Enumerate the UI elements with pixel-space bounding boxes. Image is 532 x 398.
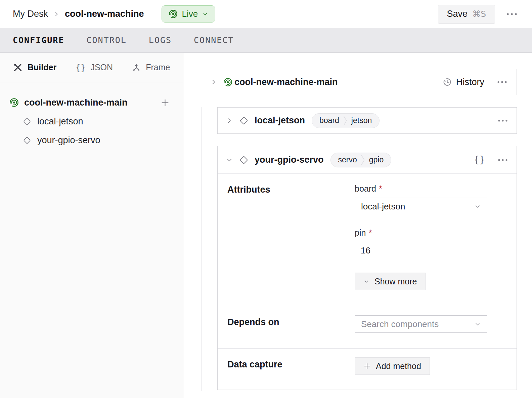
view-toggle-builder-label: Builder xyxy=(28,63,56,72)
chevron-down-icon xyxy=(202,11,208,17)
depends-on-section-label: Depends on xyxy=(227,317,279,327)
plus-icon xyxy=(363,362,371,370)
tree-item-label: cool-new-machine-main xyxy=(24,97,128,108)
add-method-button[interactable]: Add method xyxy=(355,357,430,375)
breadcrumb-parent[interactable]: My Desk xyxy=(13,9,48,19)
component-card-menu-icon[interactable] xyxy=(498,159,508,161)
badge-type: servo xyxy=(331,155,361,164)
part-card-menu-icon[interactable] xyxy=(497,81,507,83)
component-card-title: your-gpio-servo xyxy=(255,155,324,165)
your-gpio-servo-card: your-gpio-servo servo gpio {} Attributes… xyxy=(217,146,517,390)
live-machine-icon xyxy=(223,78,232,87)
pin-field-label: pin* xyxy=(355,228,487,238)
servo-card-header: your-gpio-servo servo gpio {} xyxy=(218,146,517,174)
badge-divider-chevron xyxy=(361,153,365,167)
board-select-value: local-jetson xyxy=(361,201,405,212)
badge-type: board xyxy=(312,116,343,125)
view-mode-toggles: Builder {} JSON Frame xyxy=(0,53,183,82)
board-select[interactable]: local-jetson xyxy=(355,198,487,215)
live-machine-icon xyxy=(9,98,19,107)
chevron-right-icon[interactable] xyxy=(226,118,232,124)
tab-control[interactable]: CONTROL xyxy=(86,35,126,45)
view-toggle-frame[interactable]: Frame xyxy=(132,63,170,72)
tree-item-machine-part[interactable]: cool-new-machine-main xyxy=(0,93,183,112)
depends-on-placeholder: Search components xyxy=(361,319,439,329)
attributes-section-label: Attributes xyxy=(227,185,270,195)
component-diamond-icon xyxy=(239,155,249,165)
view-toggle-json-label: JSON xyxy=(90,63,113,72)
top-header: My Desk cool-new-machine Live Save ⌘S xyxy=(0,0,532,28)
chevron-right-icon[interactable] xyxy=(211,79,217,85)
show-more-label: Show more xyxy=(374,277,417,286)
view-toggle-builder[interactable]: Builder xyxy=(13,63,56,73)
show-more-button[interactable]: Show more xyxy=(355,273,426,290)
chevron-down-icon[interactable] xyxy=(226,157,232,163)
badge-model: gpio xyxy=(365,155,391,164)
history-clock-icon xyxy=(442,77,452,87)
tree-connector-line xyxy=(201,107,202,391)
live-status-label: Live xyxy=(182,9,198,19)
depends-on-section: Depends on Search components xyxy=(218,306,517,348)
app-root: My Desk cool-new-machine Live Save ⌘S xyxy=(0,0,532,398)
view-toggle-frame-label: Frame xyxy=(146,63,170,72)
component-diamond-icon xyxy=(239,116,249,125)
field-label-text: board xyxy=(355,184,376,193)
edit-json-braces-icon[interactable]: {} xyxy=(474,154,485,165)
tools-icon xyxy=(13,63,23,73)
required-asterisk: * xyxy=(379,184,382,193)
chevron-down-icon xyxy=(474,203,481,210)
attributes-fields: board* local-jetson pin* Show more xyxy=(355,174,487,290)
attributes-section: Attributes board* local-jetson pin* xyxy=(218,174,517,306)
tab-logs[interactable]: LOGS xyxy=(149,35,172,45)
machine-part-card: cool-new-machine-main History xyxy=(201,69,517,95)
component-diamond-icon xyxy=(23,117,31,126)
history-button-label: History xyxy=(456,77,484,87)
add-component-icon[interactable] xyxy=(161,98,170,107)
tree-item-label: your-gpio-servo xyxy=(37,135,100,146)
field-label-text: pin xyxy=(355,228,366,237)
tab-connect[interactable]: CONNECT xyxy=(194,35,234,45)
save-shortcut-hint: ⌘S xyxy=(472,9,486,19)
chevron-down-icon xyxy=(474,321,481,327)
tree-item-local-jetson[interactable]: local-jetson xyxy=(0,112,183,131)
tree-item-your-gpio-servo[interactable]: your-gpio-servo xyxy=(0,131,183,150)
save-button-label: Save xyxy=(447,9,468,19)
config-sidebar: Builder {} JSON Frame xyxy=(0,53,183,398)
component-card-menu-icon[interactable] xyxy=(498,119,508,122)
main-tab-bar: CONFIGURE CONTROL LOGS CONNECT xyxy=(0,28,532,53)
component-type-badge: board jetson xyxy=(312,113,380,128)
chevron-down-icon xyxy=(363,278,369,284)
component-type-badge: servo gpio xyxy=(330,153,392,167)
tree-item-label: local-jetson xyxy=(37,116,83,127)
board-field-label: board* xyxy=(355,184,487,194)
live-broadcast-icon xyxy=(169,9,178,18)
data-capture-section-label: Data capture xyxy=(227,359,282,370)
local-jetson-card: local-jetson board jetson xyxy=(217,107,517,134)
view-toggle-json[interactable]: {} JSON xyxy=(75,63,113,73)
history-button[interactable]: History xyxy=(442,77,484,87)
badge-model: jetson xyxy=(347,116,379,125)
breadcrumb-chevron-icon xyxy=(53,11,59,17)
part-card-title: cool-new-machine-main xyxy=(234,77,338,87)
data-capture-section: Data capture Add method xyxy=(218,348,517,390)
breadcrumb-machine-name: cool-new-machine xyxy=(65,9,144,19)
live-status-dropdown[interactable]: Live xyxy=(162,5,216,23)
depends-on-select[interactable]: Search components xyxy=(355,315,487,333)
frame-axes-icon xyxy=(132,63,141,72)
component-tree: cool-new-machine-main local-jetson your-… xyxy=(0,82,183,150)
required-asterisk: * xyxy=(368,228,372,237)
pin-input[interactable] xyxy=(355,242,487,259)
save-button[interactable]: Save ⌘S xyxy=(438,5,495,24)
header-overflow-menu-icon[interactable] xyxy=(506,13,517,15)
component-card-title: local-jetson xyxy=(255,115,305,126)
component-diamond-icon xyxy=(23,136,31,145)
braces-icon: {} xyxy=(75,63,86,73)
add-method-label: Add method xyxy=(376,361,421,371)
tab-configure[interactable]: CONFIGURE xyxy=(13,35,64,45)
badge-divider-chevron xyxy=(343,113,347,128)
